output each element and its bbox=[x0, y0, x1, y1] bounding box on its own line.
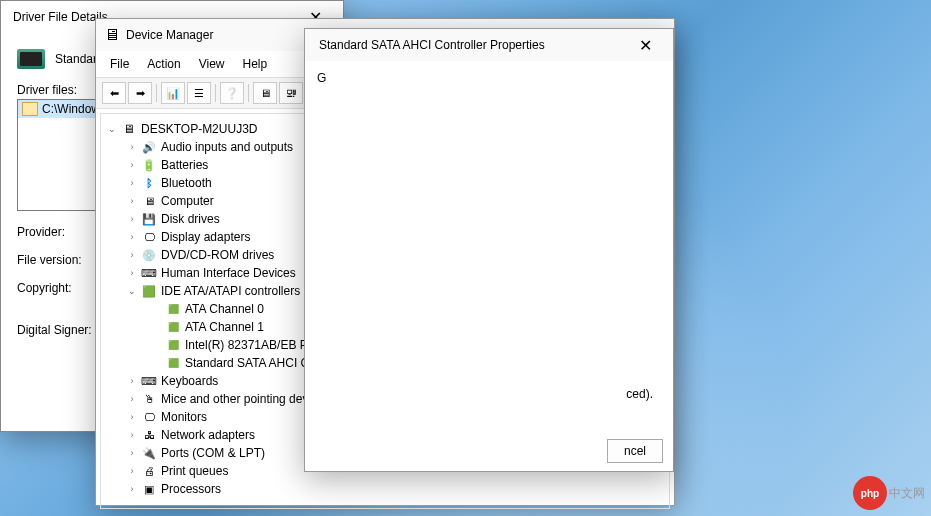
category-icon bbox=[141, 229, 157, 245]
caret-icon[interactable]: › bbox=[127, 142, 137, 152]
caret-icon[interactable]: › bbox=[127, 376, 137, 386]
category-label: Keyboards bbox=[161, 374, 218, 388]
uninstall-button[interactable]: 🖳 bbox=[279, 82, 303, 104]
devmgr-icon: 🖥 bbox=[104, 27, 120, 43]
category-label: Processors bbox=[161, 482, 221, 496]
category-icon bbox=[141, 157, 157, 173]
back-button[interactable]: ⬅ bbox=[102, 82, 126, 104]
caret-icon[interactable]: › bbox=[127, 196, 137, 206]
tab-fragment: G bbox=[317, 71, 326, 85]
titlebar[interactable]: Standard SATA AHCI Controller Properties… bbox=[305, 29, 673, 61]
root-label: DESKTOP-M2UUJ3D bbox=[141, 122, 257, 136]
category-icon bbox=[141, 481, 157, 497]
caret-icon[interactable]: ⌄ bbox=[127, 286, 137, 296]
category-label: Bluetooth bbox=[161, 176, 212, 190]
hint-fragment: ced). bbox=[626, 387, 653, 401]
caret-icon[interactable]: › bbox=[127, 214, 137, 224]
close-icon[interactable]: ✕ bbox=[625, 31, 665, 59]
category-label: IDE ATA/ATAPI controllers bbox=[161, 284, 300, 298]
watermark: php 中文网 bbox=[853, 476, 925, 510]
help-button[interactable]: ❔ bbox=[220, 82, 244, 104]
caret-icon[interactable]: ⌄ bbox=[107, 124, 117, 134]
caret-icon[interactable]: › bbox=[127, 268, 137, 278]
controller-icon bbox=[17, 49, 45, 69]
category-icon bbox=[141, 247, 157, 263]
category-icon bbox=[141, 211, 157, 227]
tree-category[interactable]: ›Processors bbox=[105, 480, 665, 498]
category-icon bbox=[141, 283, 157, 299]
caret-icon[interactable]: › bbox=[127, 232, 137, 242]
category-label: DVD/CD-ROM drives bbox=[161, 248, 274, 262]
category-label: Human Interface Devices bbox=[161, 266, 296, 280]
caret-icon[interactable]: › bbox=[127, 178, 137, 188]
caret-icon[interactable]: › bbox=[127, 160, 137, 170]
properties-window: Standard SATA AHCI Controller Properties… bbox=[304, 28, 674, 472]
category-icon bbox=[141, 373, 157, 389]
properties-button[interactable]: 📊 bbox=[161, 82, 185, 104]
menu-file[interactable]: File bbox=[102, 53, 137, 75]
device-icon bbox=[165, 301, 181, 317]
forward-button[interactable]: ➡ bbox=[128, 82, 152, 104]
category-label: Computer bbox=[161, 194, 214, 208]
cancel-button[interactable]: ncel bbox=[607, 439, 663, 463]
caret-icon[interactable]: › bbox=[127, 448, 137, 458]
category-icon bbox=[141, 139, 157, 155]
computer-icon bbox=[121, 121, 137, 137]
view-button[interactable]: ☰ bbox=[187, 82, 211, 104]
caret-icon[interactable]: › bbox=[127, 412, 137, 422]
category-label: Batteries bbox=[161, 158, 208, 172]
menu-help[interactable]: Help bbox=[235, 53, 276, 75]
category-label: Ports (COM & LPT) bbox=[161, 446, 265, 460]
category-label: Disk drives bbox=[161, 212, 220, 226]
caret-icon[interactable]: › bbox=[127, 466, 137, 476]
category-icon bbox=[141, 445, 157, 461]
category-icon bbox=[141, 463, 157, 479]
category-icon bbox=[141, 265, 157, 281]
category-icon bbox=[141, 391, 157, 407]
category-icon bbox=[141, 409, 157, 425]
category-label: Network adapters bbox=[161, 428, 255, 442]
caret-icon[interactable]: › bbox=[127, 484, 137, 494]
device-label: ATA Channel 1 bbox=[185, 320, 264, 334]
category-label: Audio inputs and outputs bbox=[161, 140, 293, 154]
menu-view[interactable]: View bbox=[191, 53, 233, 75]
properties-title: Standard SATA AHCI Controller Properties bbox=[313, 38, 625, 52]
caret-icon[interactable]: › bbox=[127, 430, 137, 440]
category-icon bbox=[141, 193, 157, 209]
watermark-seal: php bbox=[853, 476, 887, 510]
device-icon bbox=[165, 319, 181, 335]
category-label: Print queues bbox=[161, 464, 228, 478]
device-icon bbox=[165, 355, 181, 371]
category-icon bbox=[141, 175, 157, 191]
caret-icon[interactable]: › bbox=[127, 250, 137, 260]
menu-action[interactable]: Action bbox=[139, 53, 188, 75]
category-icon bbox=[141, 427, 157, 443]
watermark-text: 中文网 bbox=[889, 485, 925, 502]
device-label: ATA Channel 0 bbox=[185, 302, 264, 316]
device-icon bbox=[165, 337, 181, 353]
scan-button[interactable]: 🖥 bbox=[253, 82, 277, 104]
caret-icon[interactable]: › bbox=[127, 394, 137, 404]
category-label: Display adapters bbox=[161, 230, 250, 244]
category-label: Monitors bbox=[161, 410, 207, 424]
